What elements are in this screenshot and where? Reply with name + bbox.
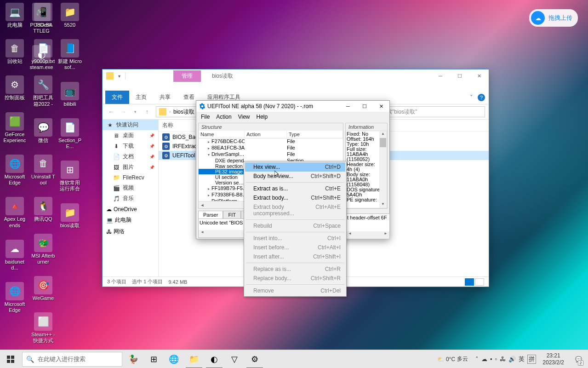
desktop-icon[interactable]: 📁5520 (57, 2, 83, 29)
uefitool-titlebar[interactable]: UEFITool NE alpha 58 (Nov 7 2020) - -.ro… (196, 101, 389, 112)
desktop-icon[interactable]: 🟩GeForce Experience (2, 111, 28, 144)
taskbar-taskview[interactable]: ⊞ (143, 350, 164, 368)
sidebar-item[interactable]: 🎵音乐 (103, 193, 158, 204)
weather-widget[interactable]: ⛅ 0°C 多云 (434, 355, 472, 363)
context-menu-item[interactable]: Body hex view...Ctrl+Shift+D (245, 172, 345, 181)
output-tab[interactable]: FIT (223, 211, 241, 218)
close-button[interactable]: ✕ (469, 69, 489, 82)
ime-lang[interactable]: 英 (519, 355, 525, 363)
desktop-icon[interactable]: 🌐Microsoft Edge (2, 154, 28, 187)
context-menu-item[interactable]: Extract body...Ctrl+Shift+E (245, 193, 345, 202)
taskbar-peck-icon[interactable]: 🦆 (123, 350, 143, 368)
taskbar-explorer[interactable]: 📁 (184, 350, 204, 368)
maximize-button[interactable]: ☐ (356, 101, 373, 112)
menu-item[interactable]: Help (254, 113, 271, 121)
ribbon-expand-icon[interactable]: ˅ (470, 94, 473, 101)
sidebar-item[interactable]: ⬇下载📌 (103, 141, 158, 151)
tree-arrow-icon[interactable]: ▸ (208, 186, 211, 192)
taskbar-app[interactable]: ▽ (224, 350, 245, 368)
taskbar-uefitool[interactable]: ⚙ (245, 350, 265, 368)
desktop-icon[interactable]: ☁baidunetd... (2, 239, 28, 272)
ribbon-tab[interactable]: 主页 (129, 91, 153, 104)
desktop-icon[interactable]: 🔺Apex Legends (2, 196, 28, 229)
tree-arrow-icon[interactable]: ▸ (208, 146, 211, 151)
sidebar-quick-access[interactable]: ★快速访问 (103, 120, 158, 130)
sidebar-this-pc[interactable]: 💻 此电脑 (103, 214, 158, 225)
menu-item[interactable]: View (235, 113, 253, 121)
close-button[interactable]: ✕ (373, 101, 389, 112)
tray-nvidia-icon[interactable]: ▪ (490, 356, 492, 362)
column-action[interactable]: Action (245, 131, 287, 138)
vertical-scrollbar[interactable]: ▲▼ (379, 131, 387, 208)
column-type[interactable]: Type (287, 131, 343, 138)
desktop-icon[interactable]: ⚙控制面板 (2, 75, 28, 102)
tree-arrow-icon[interactable]: ▸ (208, 199, 211, 201)
ribbon-tab[interactable]: 文件 (105, 91, 129, 104)
ribbon-tab[interactable]: 共享 (153, 91, 177, 104)
tray-overflow-icon[interactable]: ˄ (475, 356, 479, 362)
view-icons-button[interactable] (475, 278, 484, 286)
minimize-button[interactable]: ─ (340, 101, 356, 112)
tray-onedrive-icon[interactable]: ☁ (481, 356, 487, 362)
context-menu-item[interactable]: Hex view...Ctrl+D (245, 162, 345, 172)
desktop-icon[interactable]: 💬微信 (30, 117, 56, 144)
cloud-upload-widget[interactable]: ☁ 拖拽上传 (529, 9, 578, 27)
desktop-icon[interactable]: ⊞微软常用运行库合集 202... (57, 160, 83, 193)
desktop-icon[interactable]: 🐲MSI Afterburner (30, 233, 56, 266)
taskbar-edge[interactable]: 🌐 (164, 350, 184, 368)
sidebar-item[interactable]: 🖼图片📌 (103, 162, 158, 172)
manage-tab[interactable]: 管理 (173, 70, 201, 82)
forward-button[interactable]: → (118, 107, 128, 117)
desktop-icon[interactable]: 📄Section_PE... (57, 117, 83, 150)
tree-arrow-icon[interactable]: ▸ (208, 193, 211, 198)
tray-app-icon[interactable]: ▫ (495, 356, 497, 362)
recent-dropdown[interactable]: ▾ (130, 107, 140, 117)
tree-arrow-icon[interactable]: ▸ (208, 139, 211, 145)
desktop-icon[interactable]: 📘新建 Microsof... (57, 38, 83, 71)
ime-mode[interactable]: 拼 (527, 355, 536, 364)
context-menu-item[interactable]: Extract as is...Ctrl+E (245, 184, 345, 193)
horizontal-scrollbar[interactable]: ◄► (346, 231, 389, 239)
desktop-icon[interactable]: 📄y9000p.txt (30, 38, 56, 65)
sidebar-item[interactable]: 🖥桌面📌 (103, 130, 158, 141)
sidebar-network[interactable]: 🖧 网络 (103, 225, 158, 237)
back-button[interactable]: ← (106, 107, 116, 117)
tray-volume-icon[interactable]: 🔊 (508, 356, 516, 362)
maximize-button[interactable]: ☐ (450, 69, 469, 82)
sidebar-item[interactable]: 🎬视频 (103, 183, 158, 193)
tray-network-icon[interactable]: 🖧 (500, 356, 506, 362)
taskbar-steam[interactable]: ◐ (204, 350, 224, 368)
desktop-icon[interactable]: 🗑回收站 (2, 38, 28, 65)
output-tab[interactable]: Parser (198, 211, 223, 218)
desktop-icon[interactable]: 🐧腾讯QQ (30, 196, 56, 223)
help-icon[interactable]: ? (478, 94, 485, 101)
desktop-icon[interactable]: 🔧图吧工具箱2022 - 快... (30, 75, 56, 108)
sidebar-onedrive[interactable]: ☁ OneDrive (103, 204, 158, 214)
explorer-titlebar[interactable]: ▾ 管理 bios读取 ─ ☐ ✕ (103, 69, 489, 91)
desktop-icon[interactable]: 📺bilibili (57, 81, 83, 108)
desktop-icon[interactable]: 📱ToDesk (30, 2, 56, 29)
clock[interactable]: 23:21 2023/2/2 (540, 352, 567, 366)
desktop-icon[interactable]: 🗑Uninstall Tool (30, 154, 56, 187)
tree-row[interactable]: ▾DriverSampl…File (199, 151, 343, 158)
desktop-icon[interactable]: 📁bios读取 (57, 202, 83, 230)
start-button[interactable] (0, 350, 21, 368)
up-button[interactable]: ↑ (142, 107, 152, 117)
desktop-icon[interactable]: 💻此电脑 (2, 2, 28, 29)
qat-dropdown[interactable]: ▾ (118, 74, 120, 79)
desktop-icon[interactable]: ⬜Steam++ - 快捷方式 (30, 311, 56, 345)
sidebar-item[interactable]: 📄文档📌 (103, 151, 158, 162)
desktop-icon[interactable]: 🎯WeGame (30, 275, 56, 302)
column-name[interactable]: Name (199, 131, 245, 138)
tree-arrow-icon[interactable]: ▾ (208, 152, 211, 158)
path-segment[interactable]: bios读取 (173, 108, 194, 116)
sidebar-item[interactable]: 📁FileRecv (103, 172, 158, 183)
menu-item[interactable]: Action (213, 113, 234, 121)
notification-center[interactable]: 💬 2 (571, 350, 586, 368)
minimize-button[interactable]: ─ (431, 69, 450, 82)
view-details-button[interactable] (465, 278, 474, 286)
tree-row[interactable]: ▸88EA1FCB-3A…File (199, 145, 343, 151)
tree-row[interactable]: ▸F276BDEC-6C…File (199, 138, 343, 145)
taskbar-search[interactable]: 🔍 在此键入进行搜索 (22, 352, 122, 367)
menu-item[interactable]: File (198, 113, 212, 121)
